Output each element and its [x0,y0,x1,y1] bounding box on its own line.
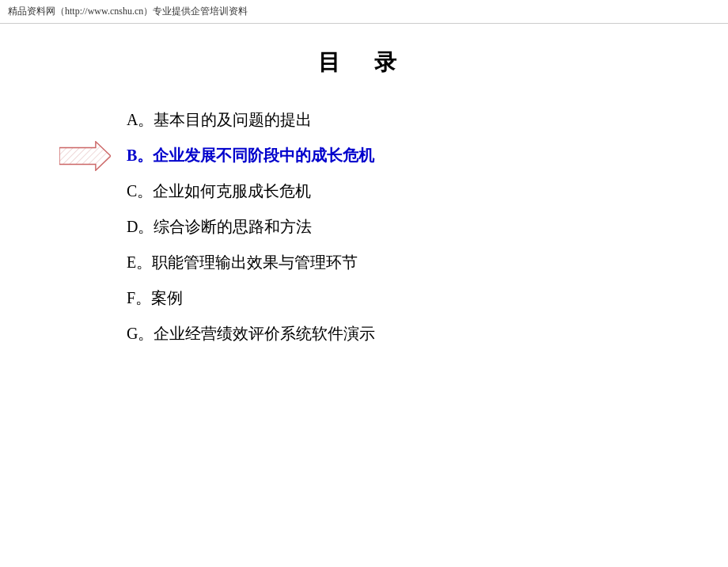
svg-marker-1 [59,141,111,169]
header-bar: 精品资料网（http://www.cnshu.cn）专业提供企管培训资料 [0,0,728,24]
menu-item-label-e: E。职能管理输出效果与管理环节 [127,252,358,273]
menu-item-label-c: C。企业如何克服成长危机 [127,181,311,202]
arrow-shape [59,141,111,171]
page-title: 目 录 [47,48,681,78]
menu-item-b: B。企业发展不同阶段中的成长危机 [127,145,681,166]
arrow-svg [59,141,111,171]
menu-item-label-g: G。企业经营绩效评价系统软件演示 [127,323,375,344]
menu-item-label-f: F。案例 [127,287,183,309]
menu-item-label-b: B。企业发展不同阶段中的成长危机 [127,145,374,166]
main-content: 目 录 A。基本目的及问题的提出 B。企业发展不同阶段中的成长危机C。企业如何克… [0,24,728,375]
menu-item-label-a: A。基本目的及问题的提出 [127,109,312,131]
arrow-indicator [59,141,111,171]
menu-item-a: A。基本目的及问题的提出 [127,109,681,131]
header-text: 精品资料网（http://www.cnshu.cn）专业提供企管培训资料 [8,6,248,17]
menu-item-c: C。企业如何克服成长危机 [127,181,681,202]
menu-item-label-d: D。综合诊断的思路和方法 [127,216,312,238]
menu-list: A。基本目的及问题的提出 B。企业发展不同阶段中的成长危机C。企业如何克服成长危… [47,109,681,344]
menu-item-d: D。综合诊断的思路和方法 [127,216,681,238]
menu-item-g: G。企业经营绩效评价系统软件演示 [127,323,681,344]
menu-item-f: F。案例 [127,287,681,309]
menu-item-e: E。职能管理输出效果与管理环节 [127,252,681,273]
